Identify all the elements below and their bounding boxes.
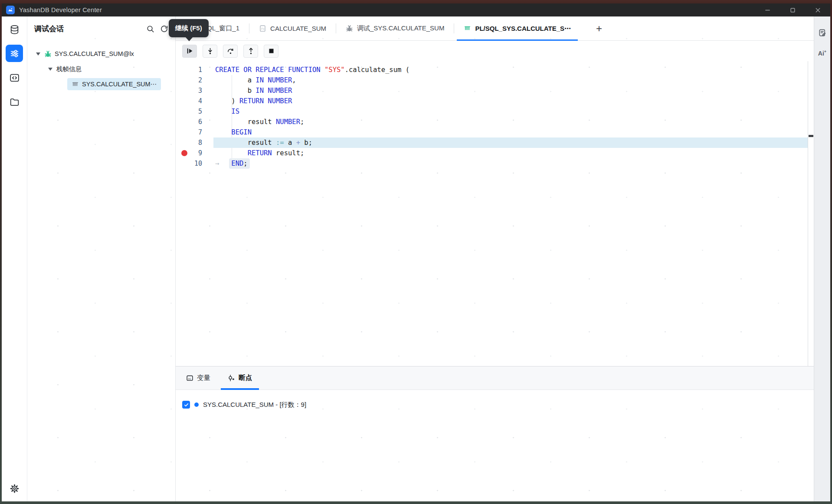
close-icon: [815, 7, 821, 13]
panel-header: 调试会话: [27, 16, 175, 41]
tab-label: CALCULATE_SUM: [270, 25, 326, 32]
tree-item-label: SYS.CALCULATE_SUM@lx: [55, 50, 134, 57]
code-line-6[interactable]: 6 result NUMBER;: [176, 117, 808, 127]
svg-text:Fx: Fx: [261, 27, 265, 30]
line-number: 9: [193, 149, 202, 157]
sliders-icon: [9, 48, 20, 59]
tree-item-1[interactable]: 栈帧信息: [27, 62, 175, 75]
code-text: ) RETURN NUMBER: [213, 96, 808, 106]
code-text: IS: [213, 106, 808, 117]
line-number: 7: [193, 128, 202, 136]
code-text: result NUMBER;: [213, 117, 808, 127]
debug-session-tree: SYS.CALCULATE_SUM@lx栈帧信息SYS.CALCULATE_SU…: [27, 41, 175, 91]
refresh-icon[interactable]: [160, 25, 168, 33]
tree-item-label: 栈帧信息: [56, 65, 82, 73]
frames-icon: [72, 81, 79, 88]
close-button[interactable]: [805, 3, 830, 16]
code-line-3[interactable]: 3 b IN NUMBER: [176, 85, 808, 96]
main-area: FxSQL_窗口_1FxCALCULATE_SUM调试_SYS.CALCULAT…: [176, 16, 814, 501]
title-bar: YashanDB Developer Center: [2, 3, 830, 16]
editor-scrollbar[interactable]: [808, 61, 814, 366]
activity-item-debug-sessions[interactable]: [6, 45, 23, 62]
right-rail: Ai+: [814, 16, 830, 501]
variables-icon: (x): [186, 374, 193, 382]
line-number: 3: [193, 87, 202, 95]
activity-item-database[interactable]: [6, 21, 23, 38]
code-text: result := a + b;: [213, 137, 808, 148]
step-out-button[interactable]: [243, 45, 258, 58]
yashandb-logo-icon: [6, 6, 15, 14]
line-number: 6: [193, 118, 202, 126]
tooltip-tail: [185, 37, 193, 41]
continue-button[interactable]: [182, 45, 197, 58]
bottom-panel-tabs: (x)变量断点: [176, 367, 814, 390]
code-icon: [9, 72, 20, 83]
folder-icon: [9, 97, 20, 108]
debug-session-panel: 调试会话 SYS.CALCULATE_SUM@lx栈帧信息SYS.CALCULA…: [27, 16, 176, 501]
maximize-button[interactable]: [780, 3, 805, 16]
activity-item-sql-editor[interactable]: [6, 69, 23, 86]
caret-down-icon[interactable]: [48, 68, 52, 71]
minimize-button[interactable]: [755, 3, 780, 16]
bottom-tab-label: 变量: [197, 373, 210, 383]
breakpoint-dot[interactable]: [181, 150, 187, 156]
stop-icon: [268, 47, 275, 55]
doc-fx-icon: Fx: [259, 25, 266, 32]
tree-item-label: SYS.CALCULATE_SUM⋯: [82, 81, 157, 88]
code-line-8[interactable]: 8 result := a + b;: [176, 137, 808, 148]
ai-assistant-icon[interactable]: Ai+: [818, 49, 826, 57]
search-icon[interactable]: [146, 25, 154, 33]
bottom-tab-0[interactable]: (x)变量: [179, 367, 217, 389]
tooltip-text: 继续 (F5): [175, 24, 202, 33]
add-tab-button[interactable]: +: [593, 23, 606, 35]
code-line-9[interactable]: 9 RETURN result;: [176, 148, 808, 158]
line-number: 2: [193, 76, 202, 84]
panel-actions: [146, 25, 168, 33]
tab-label: PL/SQL_SYS.CALCULATE_S⋯: [475, 25, 571, 33]
code-line-1[interactable]: 1CREATE OR REPLACE FUNCTION "SYS".calcul…: [176, 65, 808, 75]
bug-icon: [346, 25, 353, 32]
code-text: RETURN result;: [213, 148, 808, 158]
breakpoint-status-dot: [194, 403, 199, 407]
continue-icon: [186, 47, 193, 55]
step-into-icon: [206, 47, 214, 55]
code-line-7[interactable]: 7 BEGIN: [176, 127, 808, 137]
activity-item-settings[interactable]: [6, 480, 23, 497]
breakpoint-label: SYS.CALCULATE_SUM - [行数：9]: [203, 401, 306, 409]
tree-item-0[interactable]: SYS.CALCULATE_SUM@lx: [27, 47, 175, 60]
activity-item-files[interactable]: [6, 93, 23, 111]
breakpoint-gutter[interactable]: [176, 150, 193, 156]
step-over-button[interactable]: [223, 45, 238, 58]
step-into-button[interactable]: [203, 45, 217, 58]
tab-label: 调试_SYS.CALCULATE_SUM: [357, 24, 444, 33]
stop-button[interactable]: [264, 45, 278, 58]
code-line-5[interactable]: 5 IS: [176, 106, 808, 117]
tab-3[interactable]: PL/SQL_SYS.CALCULATE_S⋯: [454, 16, 580, 40]
notes-icon[interactable]: [818, 29, 826, 37]
frames-icon: [464, 25, 471, 32]
tab-1[interactable]: FxCALCULATE_SUM: [249, 16, 336, 40]
tree-item-2[interactable]: SYS.CALCULATE_SUM⋯: [27, 78, 175, 91]
code-text: b IN NUMBER: [213, 85, 808, 96]
line-number: 8: [193, 139, 202, 147]
scrollbar-mark: [809, 135, 813, 137]
caret-down-icon[interactable]: [36, 52, 40, 56]
minimize-icon: [764, 7, 771, 13]
bottom-tab-label: 断点: [239, 373, 252, 383]
code-line-4[interactable]: 4 ) RETURN NUMBER: [176, 96, 808, 106]
activity-bar: [2, 16, 27, 501]
tab-2[interactable]: 调试_SYS.CALCULATE_SUM: [336, 16, 454, 40]
maximize-icon: [789, 7, 796, 13]
step-out-icon: [247, 47, 255, 55]
code-editor[interactable]: 1CREATE OR REPLACE FUNCTION "SYS".calcul…: [176, 61, 814, 366]
code-line-2[interactable]: 2 a IN NUMBER,: [176, 75, 808, 85]
editor-tab-bar: FxSQL_窗口_1FxCALCULATE_SUM调试_SYS.CALCULAT…: [176, 16, 814, 41]
execution-highlight: END;: [229, 158, 249, 169]
code-line-10[interactable]: 10→ END;: [176, 158, 808, 169]
code-text: BEGIN: [213, 127, 808, 137]
debug-bottom-panel: (x)变量断点 SYS.CALCULATE_SUM - [行数：9]: [176, 366, 814, 501]
window-title: YashanDB Developer Center: [19, 7, 102, 13]
breakpoint-checkbox[interactable]: [182, 401, 190, 409]
debug-toolbar: [176, 41, 814, 61]
bottom-tab-1[interactable]: 断点: [221, 367, 259, 389]
